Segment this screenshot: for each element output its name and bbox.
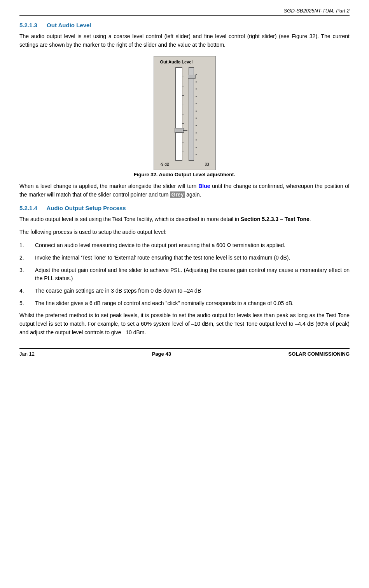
para2-suffix: again. — [185, 191, 201, 198]
tick-1 — [182, 77, 184, 77]
footer-right: SOLAR COMMISSIONING — [289, 351, 350, 357]
list-num-3: 3. — [19, 266, 35, 283]
list-item-2: 2. Invoke the internal 'Test Tone' to 'E… — [19, 254, 350, 262]
list-num-1: 1. — [19, 241, 35, 250]
section-521-3-para2: When a level change is applied, the mark… — [19, 182, 350, 199]
figure-32-container: Out Audio Level — [19, 56, 350, 177]
list-content-2: Invoke the internal 'Test Tone' to 'Exte… — [35, 254, 350, 262]
tick-4 — [182, 105, 184, 105]
page-header: SGD-SB2025NT-TUM, Part 2 — [19, 8, 350, 16]
coarse-value: -9 dB — [160, 162, 170, 167]
tick-3 — [182, 95, 184, 96]
section-ref: Section 5.2.3.3 – Test Tone — [241, 216, 310, 222]
section-521-3-number: 5.2.1.3 — [19, 22, 37, 28]
section-521-4-para-final: Whilst the preferred method is to set pe… — [19, 311, 350, 337]
section-521-4-para1: The audio output level is set using the … — [19, 215, 350, 224]
list-content-4: The coarse gain settings are in 3 dB ste… — [35, 287, 350, 295]
page-footer: Jan 12 Page 43 SOLAR COMMISSIONING — [19, 348, 350, 357]
header-text: SGD-SB2025NT-TUM, Part 2 — [284, 8, 350, 14]
para2-blue: Blue — [198, 183, 210, 189]
section-521-4-heading: 5.2.1.4 Audio Output Setup Process — [19, 205, 350, 211]
para2-prefix: When a level change is applied, the mark… — [19, 183, 198, 189]
tick-5 — [182, 114, 184, 114]
fine-track — [189, 67, 194, 161]
footer-center: Page 43 — [152, 351, 171, 357]
coarse-track — [175, 67, 182, 161]
fine-handle[interactable] — [188, 75, 196, 79]
footer-left: Jan 12 — [19, 351, 35, 357]
section-521-4-number: 5.2.1.4 — [19, 205, 37, 211]
fine-value: 83 — [205, 162, 209, 167]
list-content-1: Connect an audio level measuring device … — [35, 241, 350, 250]
section-521-3-heading: 5.2.1.3 Out Audio Level — [19, 22, 350, 28]
coarse-slider[interactable] — [175, 67, 182, 161]
tick-9 — [182, 151, 184, 151]
list-num-2: 2. — [19, 254, 35, 262]
sliders-row — [175, 67, 194, 161]
slider-value-row: -9 dB 83 — [160, 162, 209, 167]
list-item-4: 4. The coarse gain settings are in 3 dB … — [19, 287, 350, 295]
list-content-5: The fine slider gives a 6 dB range of co… — [35, 299, 350, 308]
coarse-marker — [183, 130, 187, 131]
audio-level-widget: Out Audio Level — [154, 56, 216, 170]
tick-8 — [182, 142, 184, 142]
widget-title: Out Audio Level — [160, 60, 193, 64]
list-container: 1. Connect an audio level measuring devi… — [19, 241, 350, 307]
fine-dots — [196, 68, 197, 161]
list-num-5: 5. — [19, 299, 35, 308]
list-item-5: 5. The fine slider gives a 6 dB range of… — [19, 299, 350, 308]
list-content-3: Adjust the output gain control and fine … — [35, 266, 350, 283]
para2-grey: Grey — [170, 191, 185, 198]
tick-6 — [182, 123, 184, 124]
list-num-4: 4. — [19, 287, 35, 295]
fine-slider[interactable] — [189, 67, 194, 161]
section-521-4-para2: The following process is used to setup t… — [19, 228, 350, 237]
section-521-4-title: Audio Output Setup Process — [47, 205, 126, 211]
figure-32-caption: Figure 32. Audio Output Level adjustment… — [19, 172, 350, 177]
section-521-3-title: Out Audio Level — [47, 22, 91, 28]
tick-2 — [182, 86, 184, 86]
section-521-3-para1: The audio output level is set using a co… — [19, 32, 350, 49]
list-item-3: 3. Adjust the output gain control and fi… — [19, 266, 350, 283]
list-item-1: 1. Connect an audio level measuring devi… — [19, 241, 350, 250]
